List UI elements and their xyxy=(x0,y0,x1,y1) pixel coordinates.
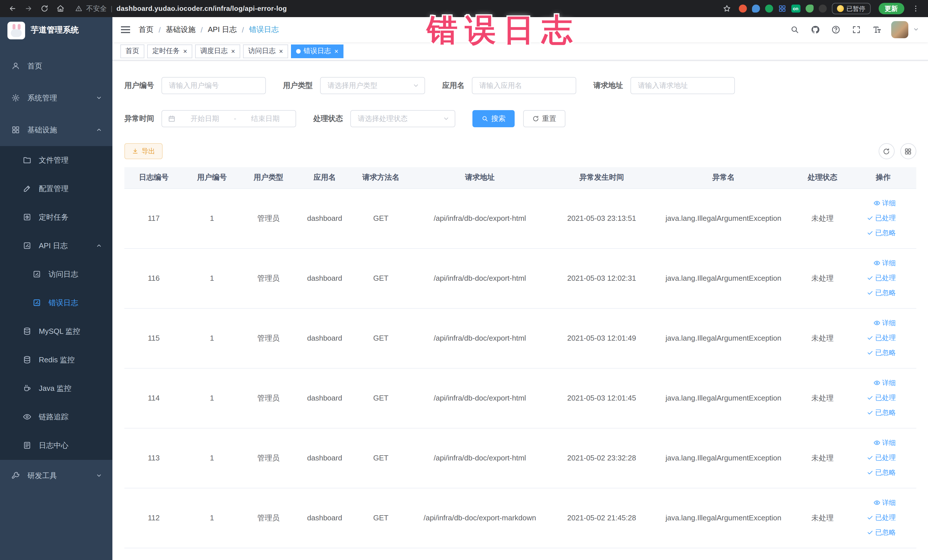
mark-processed-link[interactable]: 已处理 xyxy=(867,331,896,345)
sidebar-item-log-center[interactable]: 日志中心 xyxy=(0,431,112,460)
sidebar-item-java[interactable]: Java 监控 xyxy=(0,374,112,403)
breadcrumb-api-log[interactable]: API 日志 xyxy=(208,24,237,35)
tab-access-log[interactable]: 访问日志 × xyxy=(243,44,288,58)
search-icon[interactable] xyxy=(785,17,804,42)
close-icon[interactable]: × xyxy=(183,48,187,55)
sidebar-item-error-log[interactable]: 错误日志 xyxy=(0,289,112,317)
breadcrumb-infra[interactable]: 基础设施 xyxy=(166,24,195,35)
sidebar-item-config[interactable]: 配置管理 xyxy=(0,175,112,203)
user-id-input[interactable] xyxy=(162,77,266,94)
tab-job[interactable]: 定时任务 × xyxy=(147,44,192,58)
check-icon xyxy=(867,391,873,405)
detail-link[interactable]: 详细 xyxy=(873,496,896,510)
extension-icon-green[interactable] xyxy=(765,5,773,12)
sidebar-item-trace[interactable]: 链路追踪 xyxy=(0,403,112,431)
extension-icon-on-badge[interactable]: on xyxy=(791,5,800,12)
export-button[interactable]: 导出 xyxy=(124,143,163,159)
mark-ignored-link[interactable]: 已忽略 xyxy=(867,465,896,480)
close-icon[interactable]: × xyxy=(231,48,235,55)
sidebar-item-access-log[interactable]: 访问日志 xyxy=(0,260,112,289)
close-icon[interactable]: × xyxy=(279,48,283,55)
tab-home[interactable]: 首页 xyxy=(121,44,144,58)
sidebar-item-infra[interactable]: 基础设施 xyxy=(0,114,112,146)
extension-icon-dark[interactable] xyxy=(818,5,826,12)
cell-request-url: /api/infra/db-doc/export-markdown xyxy=(409,488,551,548)
refresh-table-button[interactable] xyxy=(878,143,894,159)
extension-paused-chip[interactable]: 已暂停 xyxy=(832,3,870,14)
fullscreen-icon[interactable] xyxy=(846,17,866,42)
column-settings-button[interactable] xyxy=(900,143,916,159)
sidebar-item-mysql[interactable]: MySQL 监控 xyxy=(0,317,112,346)
error-log-icon xyxy=(32,298,41,308)
cell-status: 未处理 xyxy=(795,428,850,488)
cell-exception-time: 2021-05-03 12:01:49 xyxy=(551,308,652,368)
sidebar-item-devtools[interactable]: 研发工具 xyxy=(0,460,112,492)
eye-icon xyxy=(873,256,881,270)
font-size-icon[interactable] xyxy=(867,17,886,42)
detail-link[interactable]: 详细 xyxy=(873,436,896,450)
breadcrumb-home[interactable]: 首页 xyxy=(139,24,154,35)
mark-ignored-link[interactable]: 已忽略 xyxy=(867,525,896,540)
bookmark-star-icon[interactable] xyxy=(720,2,733,15)
github-icon[interactable] xyxy=(805,17,825,42)
date-range-picker[interactable]: 开始日期 - 结束日期 xyxy=(162,110,296,127)
chrome-update-button[interactable]: 更新 xyxy=(878,3,904,14)
avatar-caret-icon[interactable] xyxy=(909,26,922,33)
calendar-icon xyxy=(168,114,176,123)
back-icon[interactable] xyxy=(6,2,20,15)
extension-icon-leaf[interactable] xyxy=(805,5,814,12)
mark-processed-link[interactable]: 已处理 xyxy=(867,271,896,285)
detail-link[interactable]: 详细 xyxy=(873,376,896,390)
sidebar-logo[interactable]: 芋道管理系统 xyxy=(0,17,112,43)
mark-processed-link[interactable]: 已处理 xyxy=(867,511,896,525)
forward-icon[interactable] xyxy=(22,2,35,15)
sidebar-item-home[interactable]: 首页 xyxy=(0,50,112,82)
reload-icon[interactable] xyxy=(38,2,51,15)
mark-ignored-link[interactable]: 已忽略 xyxy=(867,346,896,360)
filter-user-id: 用户编号 xyxy=(124,77,266,94)
cell-method: GET xyxy=(353,248,409,308)
check-icon xyxy=(867,406,873,420)
hamburger-icon[interactable] xyxy=(112,17,139,42)
table-toolbar: 导出 xyxy=(124,143,916,159)
close-icon[interactable]: × xyxy=(334,48,338,55)
avatar[interactable] xyxy=(891,21,908,38)
mark-ignored-link[interactable]: 已忽略 xyxy=(867,286,896,300)
reset-button[interactable]: 重置 xyxy=(523,110,565,127)
mark-processed-link[interactable]: 已处理 xyxy=(867,451,896,465)
search-button[interactable]: 搜索 xyxy=(472,110,514,127)
home-icon[interactable] xyxy=(53,2,67,15)
component-icon xyxy=(11,125,20,135)
extension-icon-orange[interactable] xyxy=(739,5,746,12)
mark-processed-link[interactable]: 已处理 xyxy=(867,391,896,405)
table-row: 116 1 管理员 dashboard GET /api/infra/db-do… xyxy=(124,248,916,308)
extension-icon-drop[interactable] xyxy=(752,5,760,12)
cell-method: GET xyxy=(353,188,409,248)
paused-label: 已暂停 xyxy=(846,4,865,13)
sidebar-item-job[interactable]: 定时任务 xyxy=(0,203,112,232)
sidebar-item-system[interactable]: 系统管理 xyxy=(0,82,112,114)
process-status-select[interactable]: 请选择处理状态 xyxy=(350,110,455,127)
extension-icon-grid[interactable] xyxy=(778,4,786,13)
address-bar[interactable]: 不安全 | dashboard.yudao.iocoder.cn/infra/l… xyxy=(75,4,287,14)
cell-app-name: dashboard xyxy=(296,188,353,248)
tab-job-log[interactable]: 调度日志 × xyxy=(195,44,240,58)
app-name-input[interactable] xyxy=(472,77,576,94)
mark-processed-link[interactable]: 已处理 xyxy=(867,211,896,225)
sidebar-item-api-log[interactable]: API 日志 xyxy=(0,232,112,260)
detail-link[interactable]: 详细 xyxy=(873,316,896,330)
detail-link[interactable]: 详细 xyxy=(873,256,896,270)
detail-link[interactable]: 详细 xyxy=(873,196,896,211)
request-url-input[interactable] xyxy=(630,77,735,94)
mark-ignored-link[interactable]: 已忽略 xyxy=(867,226,896,240)
chrome-menu-icon[interactable] xyxy=(908,2,922,15)
tab-error-log[interactable]: 错误日志 × xyxy=(291,44,343,58)
help-icon[interactable] xyxy=(826,17,845,42)
mark-ignored-link[interactable]: 已忽略 xyxy=(867,406,896,420)
cell-app-name: dashboard xyxy=(296,368,353,428)
sidebar-item-redis[interactable]: Redis 监控 xyxy=(0,346,112,374)
sidebar-item-file[interactable]: 文件管理 xyxy=(0,146,112,175)
header-actions xyxy=(785,17,928,42)
user-type-select[interactable]: 请选择用户类型 xyxy=(320,77,425,94)
cell-user-type: 管理员 xyxy=(241,428,296,488)
